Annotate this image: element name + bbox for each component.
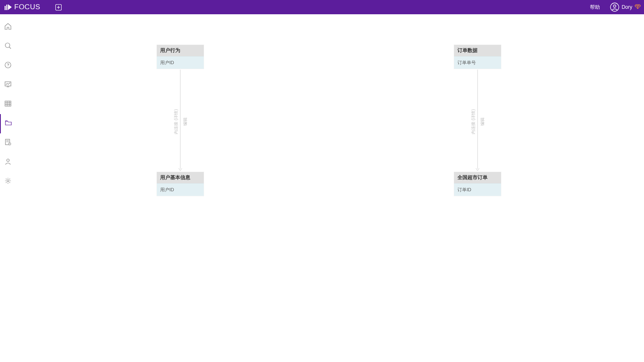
data-card[interactable]: 用户行为用户ID bbox=[156, 44, 204, 69]
gear-icon bbox=[4, 177, 12, 186]
connector-edit-label[interactable]: 编辑 bbox=[182, 117, 188, 126]
data-card[interactable]: 全国超市订单订单ID bbox=[454, 172, 501, 196]
sidebar-item-help[interactable] bbox=[0, 56, 16, 76]
add-button[interactable] bbox=[55, 4, 62, 10]
canvas[interactable]: 用户行为用户ID用户基本信息用户ID订单数据订单单号全国超市订单订单ID内连接 … bbox=[16, 14, 644, 362]
diamond-icon bbox=[635, 3, 641, 11]
svg-point-27 bbox=[7, 180, 9, 182]
chart-icon bbox=[4, 81, 12, 90]
sidebar-item-search[interactable] bbox=[0, 37, 16, 56]
card-header: 用户基本信息 bbox=[157, 172, 204, 183]
user-icon bbox=[4, 158, 12, 167]
sidebar-item-user[interactable] bbox=[0, 153, 16, 172]
topbar-left: FOCUS bbox=[3, 3, 62, 11]
logo-icon bbox=[4, 3, 12, 11]
sidebar-item-home[interactable] bbox=[0, 18, 16, 37]
connector-edit-label[interactable]: 编辑 bbox=[480, 117, 486, 126]
svg-point-26 bbox=[7, 159, 9, 161]
sidebar-item-doc-settings[interactable] bbox=[0, 133, 16, 153]
search-icon bbox=[4, 42, 12, 51]
help-circle-icon bbox=[4, 61, 12, 70]
logo[interactable]: FOCUS bbox=[4, 3, 40, 11]
connector-label[interactable]: 内连接 (详情) bbox=[470, 109, 476, 134]
svg-point-13 bbox=[8, 66, 8, 67]
topbar: FOCUS 帮助 Dory bbox=[0, 0, 644, 14]
card-header: 订单数据 bbox=[454, 45, 501, 56]
svg-point-6 bbox=[613, 5, 616, 8]
sidebar bbox=[0, 14, 16, 362]
user-name: Dory bbox=[622, 4, 632, 10]
card-field: 用户ID bbox=[157, 183, 204, 196]
svg-rect-0 bbox=[5, 6, 6, 10]
table-icon bbox=[4, 100, 12, 109]
user-badge[interactable]: Dory bbox=[610, 3, 641, 12]
card-header: 用户行为 bbox=[157, 45, 204, 56]
svg-rect-16 bbox=[5, 101, 11, 106]
card-field: 订单单号 bbox=[454, 56, 501, 69]
help-link[interactable]: 帮助 bbox=[590, 4, 600, 11]
svg-point-10 bbox=[5, 43, 10, 48]
topbar-right: 帮助 Dory bbox=[590, 3, 641, 12]
doc-gear-icon bbox=[4, 138, 12, 148]
sidebar-item-settings[interactable] bbox=[0, 172, 16, 191]
card-field: 用户ID bbox=[157, 56, 204, 69]
avatar-icon bbox=[610, 3, 619, 12]
sidebar-item-folder[interactable] bbox=[0, 114, 16, 133]
connector-label[interactable]: 内连接 (详情) bbox=[173, 109, 179, 134]
data-card[interactable]: 用户基本信息用户ID bbox=[156, 172, 204, 196]
card-field: 订单ID bbox=[454, 183, 501, 196]
sidebar-item-table[interactable] bbox=[0, 95, 16, 114]
data-card[interactable]: 订单数据订单单号 bbox=[454, 44, 501, 69]
sidebar-item-chart[interactable] bbox=[0, 76, 16, 95]
svg-line-11 bbox=[9, 47, 11, 49]
app-name: FOCUS bbox=[14, 3, 40, 11]
svg-rect-1 bbox=[6, 5, 8, 10]
card-header: 全国超市订单 bbox=[454, 172, 501, 183]
svg-point-25 bbox=[9, 143, 10, 144]
home-icon bbox=[4, 23, 12, 32]
folder-icon bbox=[5, 119, 12, 128]
